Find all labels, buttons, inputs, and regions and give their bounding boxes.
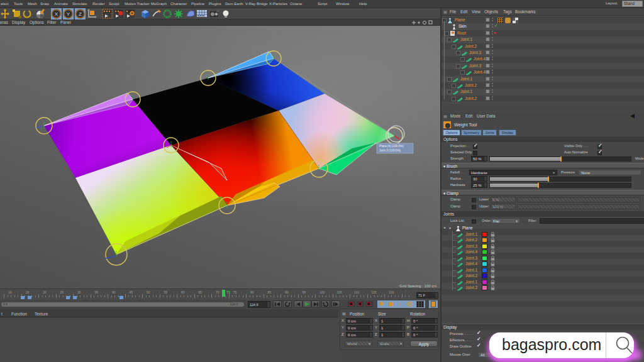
svg-text:Plane [4] (100.0%): Plane [4] (100.0%) bbox=[379, 145, 404, 148]
svg-text:Z: Z bbox=[79, 11, 82, 17]
svg-text:Y: Y bbox=[67, 11, 70, 17]
svg-text:X: X bbox=[55, 11, 58, 17]
svg-text:Joint.3 (100.0%): Joint.3 (100.0%) bbox=[379, 149, 401, 152]
